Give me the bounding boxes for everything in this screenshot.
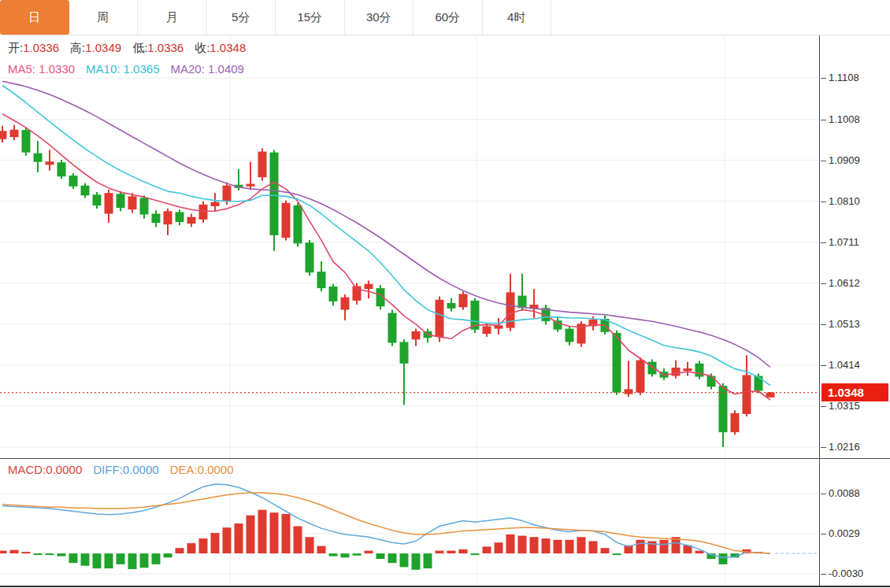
ma10-value: 1.0365 — [124, 62, 160, 76]
price-tick-label: 1.0711 — [821, 236, 859, 249]
macd-tick-label: 0.0088 — [821, 487, 860, 500]
macd-tick-label: 0.0029 — [821, 527, 860, 540]
ma20-label: MA20: — [171, 62, 205, 76]
ma5-value: 1.0330 — [39, 62, 75, 76]
high-label: 高: — [70, 41, 85, 54]
close-label: 收: — [195, 41, 210, 54]
candlestick-chart[interactable] — [0, 35, 819, 458]
ohlc-readout: 开:1.0336高:1.0349低:1.0336收:1.0348 — [8, 41, 257, 56]
macd-panel: MACD:0.0000DIFF:0.0000DEA:0.0000 — [0, 459, 819, 586]
high-value: 1.0349 — [85, 41, 121, 54]
tab-15min[interactable]: 15分 — [276, 0, 345, 35]
price-tick-label: 1.0216 — [821, 441, 860, 453]
macd-value: 0.0000 — [46, 463, 82, 476]
ma-readout: MA5: 1.0330MA10: 1.0365MA20: 1.0409 — [8, 62, 255, 76]
price-tick-label: 1.0612 — [821, 277, 860, 290]
macd-chart[interactable] — [0, 459, 819, 586]
low-label: 低: — [132, 41, 147, 54]
panel-divider — [0, 458, 890, 459]
ma5-line — [2, 114, 770, 400]
bottom-border — [0, 586, 890, 587]
tab-week[interactable]: 周 — [69, 0, 139, 35]
open-value: 1.0336 — [23, 41, 59, 54]
price-tick-label: 1.0513 — [821, 318, 860, 331]
tab-day[interactable]: 日 — [0, 0, 69, 35]
price-tick-label: 1.0909 — [821, 154, 860, 167]
price-axis: 1.0348 1.11081.10081.09091.08101.07111.0… — [819, 35, 890, 458]
ma10-line — [2, 86, 770, 386]
ma10-label: MA10: — [86, 62, 120, 76]
candlestick-panel: 开:1.0336高:1.0349低:1.0336收:1.0348 MA5: 1.… — [0, 35, 819, 458]
price-tick-label: 1.0315 — [821, 400, 860, 412]
ma5-label: MA5: — [8, 62, 35, 76]
price-tick-label: 1.1108 — [821, 72, 859, 84]
diff-value: 0.0000 — [123, 463, 159, 476]
tab-60min[interactable]: 60分 — [413, 0, 483, 35]
tab-5min[interactable]: 5分 — [207, 0, 276, 35]
price-tick-label: 1.0414 — [821, 359, 860, 372]
tab-30min[interactable]: 30分 — [345, 0, 414, 35]
open-label: 开: — [8, 41, 23, 54]
tab-4hour[interactable]: 4时 — [483, 0, 552, 35]
low-value: 1.0336 — [147, 41, 184, 54]
dea-value: 0.0000 — [198, 463, 234, 476]
tab-month[interactable]: 月 — [138, 0, 207, 35]
macd-value-axis: 0.00880.0029-0.0030 — [819, 459, 890, 586]
ma20-value: 1.0409 — [208, 62, 244, 76]
macd-readout: MACD:0.0000DIFF:0.0000DEA:0.0000 — [8, 463, 245, 476]
close-value: 1.0348 — [210, 41, 246, 54]
diff-label: DIFF: — [93, 463, 123, 476]
last-price-badge: 1.0348 — [821, 383, 888, 401]
period-tab-bar: 日周月5分15分30分60分4时 — [0, 0, 890, 35]
dea-label: DEA: — [170, 463, 198, 476]
macd-tick-label: -0.0030 — [821, 568, 863, 580]
price-tick-label: 1.1008 — [821, 113, 860, 126]
price-tick-label: 1.0810 — [821, 195, 860, 208]
macd-label: MACD: — [8, 463, 46, 476]
